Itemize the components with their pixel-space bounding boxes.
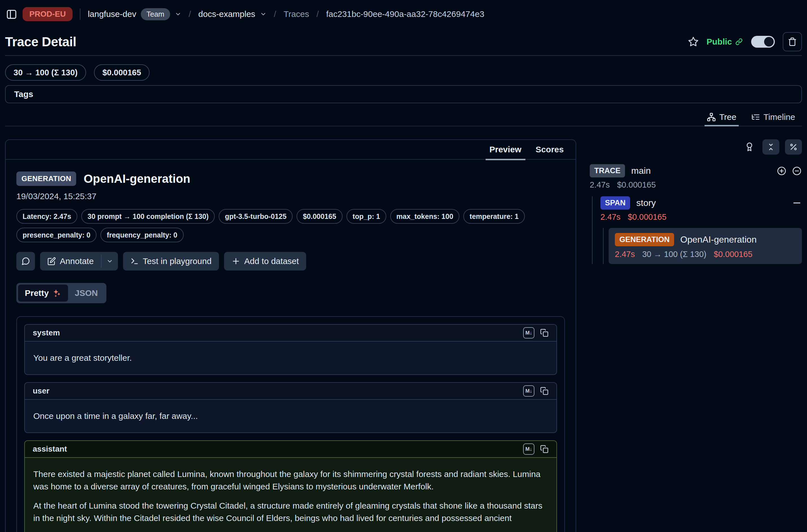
tags-box[interactable]: Tags [5, 85, 802, 103]
trace-type-badge: TRACE [590, 164, 625, 177]
frequency-penalty-badge[interactable]: frequency_penalty: 0 [100, 228, 183, 242]
top-p-badge[interactable]: top_p: 1 [346, 209, 386, 224]
header: Trace Detail Public [5, 28, 802, 55]
message-header: assistant M↓ [25, 441, 557, 458]
tab-tree[interactable]: Tree [707, 112, 736, 122]
message-assistant: assistant M↓ There existed a majestic pl… [24, 440, 557, 532]
tree-node-trace[interactable]: TRACE main [590, 164, 802, 177]
observation-body: GENERATION OpenAI-generation 19/03/2024,… [6, 160, 576, 532]
message-paragraph: At the heart of Lumina stood the towerin… [33, 499, 548, 525]
timeline-icon [751, 113, 760, 121]
trace-detail-page: PROD-EU langfuse-dev Team / docs-example… [0, 0, 807, 532]
trace-name: main [631, 166, 651, 176]
breadcrumb-org[interactable]: langfuse-dev [88, 9, 136, 19]
header-actions: Public [688, 32, 802, 51]
tab-preview[interactable]: Preview [490, 145, 522, 154]
message-user: user M↓ Once upon a time in a galaxy far… [24, 382, 557, 433]
message-content: Once upon a time in a galaxy far, far aw… [25, 400, 557, 433]
collapse-all-circle-button[interactable] [792, 166, 802, 176]
tags-label: Tags [14, 90, 33, 99]
star-button[interactable] [688, 36, 699, 47]
format-json-button[interactable]: JSON [68, 285, 105, 302]
collapse-all-button[interactable] [763, 139, 780, 155]
breadcrumb-section[interactable]: Traces [284, 9, 309, 19]
copy-icon[interactable] [540, 445, 548, 453]
panel-left-icon [6, 8, 17, 20]
chevron-down-icon [106, 258, 113, 265]
tree-node-span[interactable]: SPAN story [600, 196, 802, 210]
trace-summary: 30 → 100 (Σ 130) $0.000165 [5, 64, 802, 81]
trace-cost: $0.000165 [617, 180, 656, 190]
span-collapse [793, 203, 802, 203]
messages-container: system M↓ You are a great storyteller. [16, 316, 565, 532]
breadcrumb-project[interactable]: docs-examples [199, 9, 255, 19]
delete-trace-button[interactable] [783, 32, 802, 51]
generation-cost: $0.000165 [714, 250, 752, 259]
message-paragraph: There existed a majestic planet called L… [33, 468, 548, 493]
markdown-toggle-icon[interactable]: M↓ [523, 327, 534, 339]
comment-button[interactable] [16, 252, 35, 270]
plus-icon [231, 257, 240, 266]
span-name: story [636, 198, 656, 208]
sidebar-toggle-button[interactable] [5, 7, 18, 21]
add-to-dataset-button[interactable]: Add to dataset [224, 252, 306, 270]
content: Preview Scores GENERATION OpenAI-generat… [5, 139, 802, 532]
max-tokens-badge[interactable]: max_tokens: 100 [390, 209, 459, 224]
message-header-icons: M↓ [523, 385, 548, 397]
message-header-icons: M↓ [523, 327, 548, 339]
public-link[interactable]: Public [707, 37, 743, 46]
presence-penalty-badge[interactable]: presence_penalty: 0 [16, 228, 96, 242]
span-type-badge: SPAN [600, 196, 630, 210]
markdown-toggle-icon[interactable]: M↓ [523, 385, 534, 397]
expand-all-button[interactable] [776, 166, 787, 176]
public-toggle[interactable] [751, 36, 775, 48]
cost-badge[interactable]: $0.000165 [297, 209, 342, 224]
message-role: system [33, 328, 60, 337]
latency-badge[interactable]: Latency: 2.47s [16, 209, 77, 224]
observation-badges-row1: Latency: 2.47s 30 prompt → 100 completio… [16, 209, 565, 224]
markdown-toggle-icon[interactable]: M↓ [523, 443, 534, 455]
annotate-button-group: Annotate [40, 252, 118, 270]
format-pretty-button[interactable]: Pretty [18, 285, 68, 302]
generation-row: GENERATION OpenAI-generation [615, 233, 796, 246]
test-in-playground-button[interactable]: Test in playground [123, 252, 219, 270]
tab-scores[interactable]: Scores [536, 145, 564, 154]
tree-icon [707, 113, 716, 121]
message-header: user M↓ [25, 383, 557, 400]
observation-title: OpenAI-generation [83, 172, 190, 186]
message-role: assistant [33, 444, 67, 454]
annotate-button[interactable]: Annotate [40, 252, 101, 270]
view-tabs: Tree Timeline [5, 112, 802, 126]
annotate-dropdown-button[interactable] [101, 252, 118, 270]
award-icon [744, 142, 754, 152]
span-cost: $0.000165 [628, 212, 667, 222]
collapse-node-button[interactable] [793, 203, 800, 203]
copy-icon[interactable] [540, 387, 548, 395]
tab-timeline[interactable]: Timeline [751, 112, 795, 122]
message-system: system M↓ You are a great storyteller. [24, 324, 557, 375]
divider [80, 8, 80, 20]
scores-award-button[interactable] [744, 142, 754, 152]
copy-icon[interactable] [540, 329, 548, 337]
temperature-badge[interactable]: temperature: 1 [463, 209, 525, 224]
model-badge[interactable]: gpt-3.5-turbo-0125 [219, 209, 293, 224]
sparkles-icon [52, 289, 61, 298]
cost-badge[interactable]: $0.000165 [94, 64, 150, 81]
generation-tokens: 30 → 100 (Σ 130) [642, 250, 707, 259]
format-toggle: Pretty JSON [16, 283, 106, 303]
breadcrumb-separator: / [317, 9, 319, 19]
token-usage-badge[interactable]: 30 → 100 (Σ 130) [5, 64, 86, 81]
tree-node-generation-selected[interactable]: GENERATION OpenAI-generation 2.47s 30 → … [608, 228, 802, 264]
show-percent-button[interactable] [785, 139, 802, 155]
message-role: user [33, 386, 50, 396]
tab-timeline-label: Timeline [764, 112, 795, 122]
chevron-down-icon[interactable] [260, 11, 267, 18]
observation-type-badge: GENERATION [16, 171, 76, 186]
message-paragraph: Once upon a time in a galaxy far, far aw… [33, 410, 548, 422]
tree-toolbar [590, 139, 802, 155]
token-usage-badge[interactable]: 30 prompt → 100 completion (Σ 130) [81, 209, 215, 224]
chevron-down-icon[interactable] [175, 11, 182, 18]
trace-tree-panel: TRACE main 2.47s $0.000165 SPAN [590, 139, 802, 532]
actions-row: Annotate Test in playground Add to data [16, 252, 565, 270]
plus-circle-icon [776, 166, 787, 176]
